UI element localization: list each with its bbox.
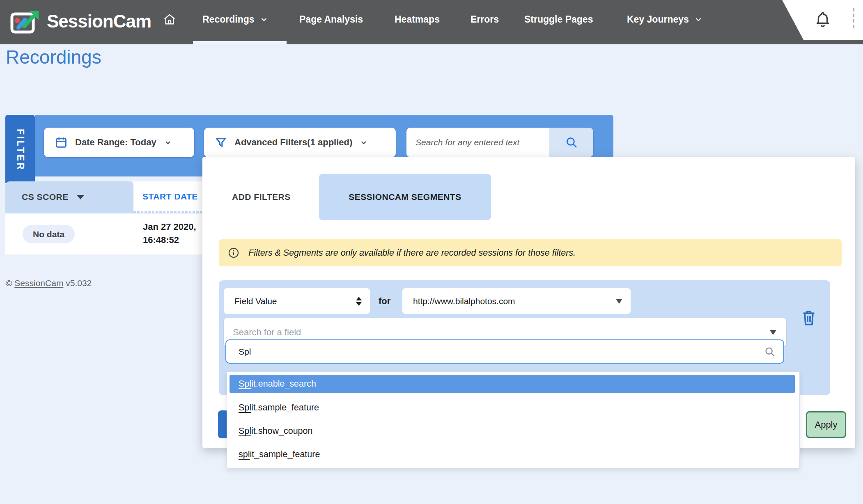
suggestion-item[interactable]: Split.sample_feature bbox=[230, 399, 795, 417]
column-header-cs-score[interactable]: CS SCORE bbox=[5, 181, 133, 213]
warning-text: Filters & Segments are only available if… bbox=[248, 248, 576, 258]
start-date-cell: Jan 27 2020, 16:48:52 bbox=[143, 220, 196, 247]
sessioncam-logo-icon bbox=[10, 8, 40, 34]
chevron-down-icon bbox=[360, 138, 368, 147]
page-title: Recordings bbox=[6, 46, 101, 68]
info-icon bbox=[228, 247, 239, 259]
field-type-select[interactable]: Field Value bbox=[224, 288, 370, 314]
nav-item-struggle-pages[interactable]: Struggle Pages bbox=[524, 0, 593, 39]
calendar-icon bbox=[55, 136, 68, 149]
field-suggestion-list: Split.enable_search Split.sample_feature… bbox=[227, 371, 800, 468]
warning-banner: Filters & Segments are only available if… bbox=[219, 239, 842, 266]
suggestion-item[interactable]: split_sample_feature bbox=[230, 445, 795, 464]
site-select[interactable]: http://www.bilalphotos.com bbox=[402, 288, 631, 314]
dropdown-arrow-icon bbox=[770, 330, 776, 335]
nav-item-heatmaps[interactable]: Heatmaps bbox=[395, 0, 440, 39]
search-icon bbox=[764, 346, 776, 358]
brand[interactable]: SessionCam bbox=[10, 8, 151, 34]
advanced-filters-button[interactable]: Advanced Filters(1 applied) bbox=[204, 128, 396, 157]
brand-name: SessionCam bbox=[47, 11, 151, 32]
home-icon[interactable] bbox=[163, 0, 177, 39]
field-search-placeholder: Search for a field bbox=[233, 327, 301, 338]
dropdown-arrow-icon bbox=[616, 299, 622, 304]
bell-icon[interactable] bbox=[815, 10, 831, 30]
apply-button[interactable]: Apply bbox=[806, 411, 846, 438]
nav-item-errors[interactable]: Errors bbox=[471, 0, 499, 39]
active-tab-indicator bbox=[193, 41, 287, 44]
field-query-input[interactable] bbox=[226, 346, 764, 357]
nav-item-page-analysis[interactable]: Page Analysis bbox=[299, 0, 363, 39]
funnel-icon bbox=[215, 136, 227, 149]
for-label: for bbox=[379, 288, 390, 314]
sort-desc-icon bbox=[77, 195, 84, 199]
chevron-down-icon bbox=[164, 138, 172, 147]
dashed-divider-icon bbox=[853, 8, 854, 28]
footer-brand-link[interactable]: SessionCam bbox=[14, 278, 63, 288]
date-range-button[interactable]: Date Range: Today bbox=[44, 128, 194, 157]
app-screen: SessionCam Recordings Page Analysis Heat… bbox=[0, 0, 863, 504]
chevron-down-icon bbox=[259, 15, 269, 24]
tab-sessioncam-segments[interactable]: SESSIONCAM SEGMENTS bbox=[319, 174, 491, 220]
nav-item-recordings[interactable]: Recordings bbox=[202, 0, 269, 39]
tab-add-filters[interactable]: ADD FILTERS bbox=[232, 187, 291, 207]
text-search-input[interactable] bbox=[406, 128, 549, 157]
field-query-box bbox=[225, 339, 784, 364]
select-arrows-icon bbox=[356, 297, 362, 306]
trash-icon bbox=[801, 309, 817, 327]
search-icon bbox=[565, 135, 578, 149]
footer-version: © SessionCam v5.032 bbox=[6, 278, 92, 288]
delete-filter-button[interactable] bbox=[801, 309, 817, 328]
column-header-start-date[interactable]: START DATE bbox=[133, 181, 202, 213]
cs-score-badge: No data bbox=[23, 225, 75, 243]
top-navbar: SessionCam Recordings Page Analysis Heat… bbox=[0, 0, 863, 44]
search-button[interactable] bbox=[549, 128, 593, 157]
filter-side-tab[interactable]: FILTER bbox=[5, 115, 35, 185]
text-search-box bbox=[406, 128, 593, 157]
chevron-down-icon bbox=[694, 15, 703, 24]
suggestion-item[interactable]: Split.show_coupon bbox=[230, 422, 795, 440]
suggestion-item[interactable]: Split.enable_search bbox=[230, 375, 795, 393]
nav-item-key-journeys[interactable]: Key Journeys bbox=[627, 0, 703, 39]
table-row[interactable]: No data Jan 27 2020, 16:48:52 bbox=[5, 214, 202, 254]
